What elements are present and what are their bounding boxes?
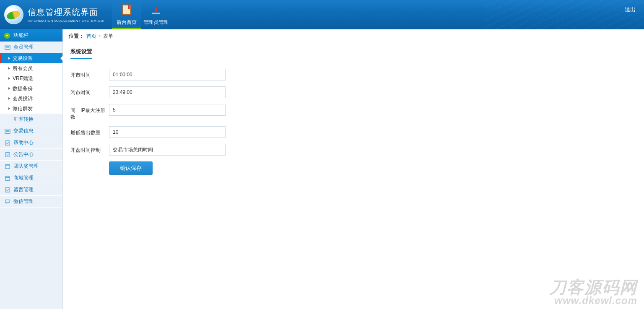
label-min-sell-qty: 最低售出数量 — [70, 126, 109, 136]
nav-group-help[interactable]: 帮助中心 — [0, 137, 62, 149]
settings-panel: 系统设置 开市时间 闭市时间 同一IP最大注册数 最低售出数量 — [63, 43, 644, 182]
edit-icon — [4, 152, 11, 158]
nav-sub-trade-settings[interactable]: 交易设置 — [0, 53, 62, 63]
edit-icon — [4, 140, 11, 146]
label-open-time: 开市时间 — [70, 69, 109, 79]
settings-form: 开市时间 闭市时间 同一IP最大注册数 最低售出数量 开盘时间控制 — [70, 69, 636, 175]
nav-sub-label: 微信群发 — [13, 105, 33, 112]
chevron-down-icon — [4, 33, 10, 39]
top-nav: 后台首页 管理员管理 — [112, 0, 171, 29]
nav-sub-data-backup[interactable]: 数据备份 — [0, 83, 62, 93]
nav-group-label: 交易信息 — [13, 127, 34, 135]
app-title-cn: 信息管理系统界面 — [28, 7, 104, 18]
compass-icon — [150, 3, 162, 17]
breadcrumb-prefix: 位置： — [69, 33, 84, 40]
panel-title: 系统设置 — [70, 43, 92, 59]
label-market-ctrl: 开盘时间控制 — [70, 144, 109, 154]
nav-group-label: 商城管理 — [13, 174, 34, 182]
input-open-time[interactable] — [109, 69, 226, 80]
input-min-sell-qty[interactable] — [109, 126, 226, 138]
tab-home-label: 后台首页 — [117, 19, 137, 26]
logo-icon — [4, 5, 23, 24]
active-notch — [60, 56, 63, 61]
nav-group-mall[interactable]: 商城管理 — [0, 172, 62, 184]
breadcrumb: 位置： 首页 › 表单 — [63, 29, 644, 43]
nav-sub-label: 会员投诉 — [13, 95, 33, 102]
tab-home[interactable]: 后台首页 — [112, 0, 141, 29]
nav-group-label: 公告中心 — [13, 151, 34, 158]
input-market-ctrl[interactable] — [109, 144, 226, 156]
input-close-time[interactable] — [109, 86, 226, 98]
tab-admin[interactable]: 管理员管理 — [141, 0, 171, 29]
submit-button[interactable]: 确认保存 — [109, 161, 153, 175]
sidebar-header-label: 功能栏 — [13, 32, 29, 39]
nav-group-label: 会员管理 — [13, 44, 34, 51]
svg-rect-9 — [5, 129, 10, 133]
nav-group-message[interactable]: 留言管理 — [0, 184, 62, 196]
content-area: 位置： 首页 › 表单 系统设置 开市时间 闭市时间 同一IP最大注册数 — [63, 29, 644, 309]
sidebar-header[interactable]: 功能栏 — [0, 29, 62, 42]
chat-icon — [4, 199, 11, 205]
chat-icon — [4, 117, 11, 122]
tab-admin-label: 管理员管理 — [143, 19, 169, 26]
app-title-en: INFORMATION MANAGEMENT SYSTEM GUI — [28, 19, 104, 23]
logout-link[interactable]: 退出 — [625, 6, 636, 13]
list-icon — [4, 44, 11, 50]
breadcrumb-home[interactable]: 首页 — [86, 33, 96, 40]
input-max-ip-reg[interactable] — [109, 104, 226, 116]
nav-group-member[interactable]: 会员管理 — [0, 42, 62, 53]
svg-rect-2 — [128, 5, 130, 9]
nav-group-label: 微信管理 — [13, 198, 34, 205]
edit-icon — [4, 187, 11, 193]
app-header: 信息管理系统界面 INFORMATION MANAGEMENT SYSTEM G… — [0, 0, 644, 29]
svg-marker-4 — [154, 5, 156, 13]
nav-sub-complaint[interactable]: 会员投诉 — [0, 93, 62, 104]
calendar-icon — [4, 175, 11, 181]
label-max-ip-reg: 同一IP最大注册数 — [70, 104, 109, 120]
nav-group-trade-info[interactable]: 交易信息 — [0, 125, 62, 137]
nav-group-label: 汇率转换 — [13, 116, 34, 123]
book-icon — [120, 3, 133, 17]
nav-group-announce[interactable]: 公告中心 — [0, 149, 62, 161]
nav-sub-label: 交易设置 — [13, 55, 33, 62]
nav-group-wechat[interactable]: 微信管理 — [0, 196, 62, 208]
breadcrumb-current: 表单 — [103, 33, 113, 40]
nav-group-label: 帮助中心 — [13, 139, 34, 146]
nav-group-team-reward[interactable]: 团队奖管理 — [0, 161, 62, 172]
nav-group-label: 留言管理 — [13, 186, 34, 193]
sidebar: 功能栏 会员管理 交易设置 所有会员 VRE赠送 数据备份 会员投诉 微信群发 … — [0, 29, 63, 309]
nav-sub-all-members[interactable]: 所有会员 — [0, 63, 62, 73]
calendar-icon — [4, 164, 11, 169]
logo: 信息管理系统界面 INFORMATION MANAGEMENT SYSTEM G… — [0, 0, 112, 29]
nav-sub-label: 数据备份 — [13, 85, 33, 92]
svg-rect-14 — [5, 164, 10, 169]
nav-sub-vre-gift[interactable]: VRE赠送 — [0, 73, 62, 83]
nav-sub-label: VRE赠送 — [13, 75, 33, 82]
nav-group-exchange[interactable]: 汇率转换 — [0, 114, 62, 125]
svg-rect-6 — [5, 45, 10, 49]
svg-rect-18 — [5, 176, 10, 180]
svg-rect-5 — [152, 13, 160, 14]
nav-group-label: 团队奖管理 — [13, 163, 39, 170]
nav-sub-wechat-mass[interactable]: 微信群发 — [0, 104, 62, 114]
breadcrumb-sep: › — [99, 33, 101, 39]
nav-sub-list: 交易设置 所有会员 VRE赠送 数据备份 会员投诉 微信群发 — [0, 53, 62, 114]
label-close-time: 闭市时间 — [70, 86, 109, 96]
nav-sub-label: 所有会员 — [13, 65, 33, 72]
list-icon — [4, 128, 11, 134]
